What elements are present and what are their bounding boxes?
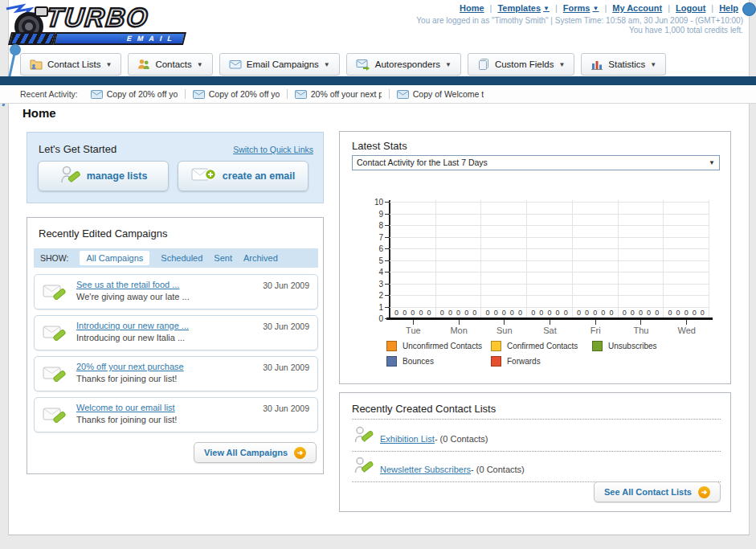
tab-label: Contacts xyxy=(155,59,191,69)
chart-value: 0 xyxy=(668,309,672,317)
switch-quick-links-link[interactable]: Switch to Quick Links xyxy=(233,145,313,154)
chart-day-cell: Tue xyxy=(390,320,436,335)
chart-gridline xyxy=(390,225,709,226)
filter-archived[interactable]: Archived xyxy=(243,253,278,263)
small-envelope-icon xyxy=(91,90,103,99)
see-all-contact-lists-button[interactable]: See All Contact Lists ➜ xyxy=(594,481,721,502)
campaign-row[interactable]: 20% off your next purchaseThanks for joi… xyxy=(34,356,318,391)
top-nav: Home|Templates▼|Forms▼|My Account|Logout… xyxy=(460,3,738,13)
campaign-row[interactable]: See us at the retail food ...We're givin… xyxy=(34,274,318,309)
nav-separator: | xyxy=(555,3,558,13)
chart-y-tick xyxy=(385,260,389,261)
chart-gridline xyxy=(390,295,709,296)
chart-day-cell: Sat xyxy=(527,320,573,335)
bar-chart-icon xyxy=(590,58,603,71)
campaign-title-link[interactable]: 20% off your next purchase xyxy=(76,362,184,371)
pages-icon xyxy=(477,58,490,71)
credits-status: You have 1,000 total credits left. xyxy=(629,26,743,35)
navy-divider-bar xyxy=(0,76,756,85)
chart-value: 0 xyxy=(585,309,589,317)
campaign-subtitle: We're giving away our late ... xyxy=(76,292,190,301)
chevron-down-icon: ▼ xyxy=(709,156,715,170)
top-link-logout[interactable]: Logout xyxy=(676,3,705,13)
chart-value: 0 xyxy=(564,309,568,317)
campaign-title-link[interactable]: See us at the retail food ... xyxy=(76,280,179,289)
contact-list-name-link[interactable]: Exhibition List xyxy=(380,434,435,444)
small-envelope-icon xyxy=(397,90,409,99)
main-nav-tabs: Contact Lists▼Contacts▼Email Campaigns▼A… xyxy=(20,53,666,76)
latest-stats-title: Latest Stats xyxy=(352,140,407,152)
chart-value: 0 xyxy=(464,309,468,317)
activity-item[interactable]: Copy of 20% off yo xyxy=(193,89,288,99)
chart-y-label: 5 xyxy=(356,256,383,265)
chart-value: 0 xyxy=(539,309,543,317)
chart-value-labels: 00000 xyxy=(481,309,526,317)
chart-day-label: Sun xyxy=(497,326,513,335)
activity-item[interactable]: Copy of Welcome to xyxy=(397,89,491,99)
activity-item-label: Copy of Welcome to xyxy=(413,89,484,99)
top-link-help[interactable]: Help xyxy=(719,3,738,13)
chart-day-group: 00000 xyxy=(664,200,709,318)
contact-list-item[interactable]: Newsletter Subscribers- (0 Contacts) xyxy=(380,461,525,476)
campaign-row[interactable]: Introducing our new range ...Introducing… xyxy=(34,315,318,350)
chart-plot-area: 00000000000000000000000000000000000 xyxy=(390,200,709,318)
campaign-title-link[interactable]: Welcome to our email list xyxy=(76,403,175,412)
help-bubble-icon[interactable] xyxy=(742,2,756,16)
filter-all-campaigns[interactable]: All Campaigns xyxy=(80,251,149,265)
login-status: You are logged in as "Timothy Smith" | S… xyxy=(416,16,743,25)
tab-label: Custom Fields xyxy=(495,59,554,69)
chart-y-label: 1 xyxy=(356,303,383,312)
tab-statistics[interactable]: Statistics▼ xyxy=(581,53,666,76)
campaign-row[interactable]: Welcome to our email listThanks for join… xyxy=(34,397,318,432)
contact-list-name-link[interactable]: Newsletter Subscribers xyxy=(380,465,471,474)
stats-period-select[interactable]: Contact Activity for the Last 7 Days ▼ xyxy=(352,155,720,170)
chevron-down-icon: ▼ xyxy=(324,61,330,68)
legend-item-unsubscribes: Unsubscribes xyxy=(592,341,657,351)
chart-value: 0 xyxy=(419,309,423,317)
chart-day-group: 00000 xyxy=(481,200,527,318)
chart-y-tick xyxy=(385,214,389,215)
tab-email-campaigns[interactable]: Email Campaigns▼ xyxy=(219,53,340,76)
chart-y-tick xyxy=(385,295,389,296)
chart-value: 0 xyxy=(601,309,605,317)
create-email-label: create an email xyxy=(223,170,295,182)
chart-value: 0 xyxy=(518,309,522,317)
tab-custom-fields[interactable]: Custom Fields▼ xyxy=(468,53,574,76)
chart-value: 0 xyxy=(593,309,597,317)
campaign-date: 30 Jun 2009 xyxy=(263,363,309,372)
filter-sent[interactable]: Sent xyxy=(214,253,232,263)
chart-day-group: 00000 xyxy=(573,200,619,318)
chart-value: 0 xyxy=(510,309,514,317)
people-icon xyxy=(137,58,150,71)
filter-scheduled[interactable]: Scheduled xyxy=(161,253,202,263)
contact-list-item[interactable]: Exhibition List- (0 Contacts) xyxy=(380,431,488,445)
chart-y-label: 4 xyxy=(356,268,383,277)
campaign-subtitle: Thanks for joining our list! xyxy=(76,415,177,424)
top-link-my-account[interactable]: My Account xyxy=(612,3,662,13)
tab-contacts[interactable]: Contacts▼ xyxy=(128,53,212,76)
campaign-title-link[interactable]: Introducing our new range ... xyxy=(76,321,189,330)
envelope-arrow-icon xyxy=(356,59,370,71)
top-link-templates[interactable]: Templates▼ xyxy=(497,3,550,13)
chart-day-labels: TueMonSunSatFriThuWed xyxy=(390,320,709,335)
contact-lists-title: Recently Created Contact Lists xyxy=(352,403,496,415)
tab-autoresponders[interactable]: Autoresponders▼ xyxy=(346,53,461,76)
chart-value: 0 xyxy=(556,309,560,317)
manage-lists-button[interactable]: manage lists xyxy=(38,161,169,191)
activity-item[interactable]: 20% off your next p xyxy=(295,89,390,99)
chart-y-tick xyxy=(385,318,389,319)
activity-item[interactable]: Copy of 20% off yo xyxy=(91,89,186,99)
top-link-home[interactable]: Home xyxy=(460,3,484,13)
tab-contact-lists[interactable]: Contact Lists▼ xyxy=(20,53,121,76)
logo-subtitle: EMAIL xyxy=(53,32,186,45)
view-all-campaigns-button[interactable]: View All Campaigns ➜ xyxy=(194,442,317,463)
chart-legend: Unconfirmed ContactsConfirmed ContactsUn… xyxy=(386,341,657,367)
legend-swatch xyxy=(491,341,501,351)
legend-label: Unsubscribes xyxy=(608,342,657,350)
chart-x-tick xyxy=(686,320,687,325)
chart-value: 0 xyxy=(494,309,498,317)
chart-value: 0 xyxy=(403,309,407,317)
top-link-forms[interactable]: Forms▼ xyxy=(563,3,599,13)
activity-item-label: 20% off your next p xyxy=(311,89,382,99)
create-email-button[interactable]: create an email xyxy=(178,161,309,191)
